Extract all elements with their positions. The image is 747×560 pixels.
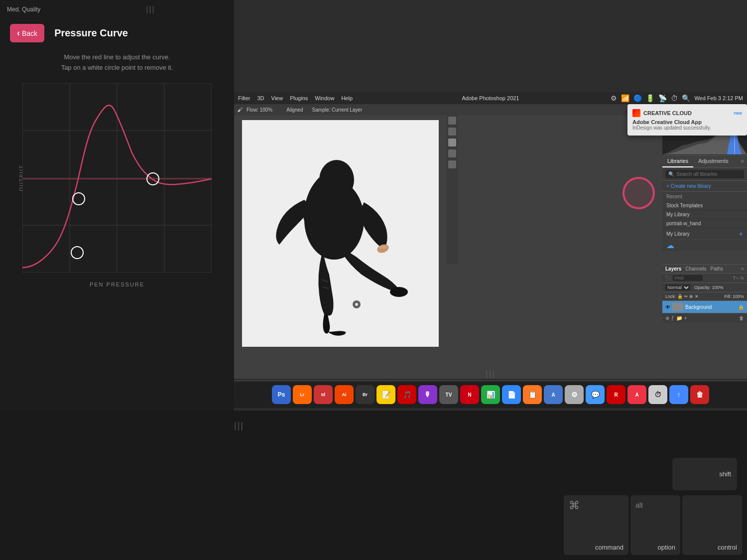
instructions: Move the red line to adjust the curve. T… [0, 47, 234, 78]
quality-label: Med. Quality [7, 6, 40, 13]
ps-canvas[interactable] [234, 115, 447, 352]
menu-window[interactable]: Window [315, 95, 334, 101]
layer-thumbnail [672, 303, 683, 311]
modifier-keys: shift ⌘ command alt option control [564, 495, 742, 555]
menu-view[interactable]: View [271, 95, 283, 101]
dock-messenger[interactable]: 💬 [586, 385, 605, 404]
toolbar-brush-icon: 🖌 [237, 107, 243, 113]
layers-filter-icon: ⬛ [665, 276, 671, 280]
dock-news[interactable]: N [460, 385, 479, 404]
drag-handle-top: ||| [146, 5, 155, 14]
dock-migrate[interactable]: ↑ [669, 385, 688, 404]
dock-notes[interactable]: 📝 [376, 385, 395, 404]
layer-visibility-icon[interactable]: 👁 [665, 304, 670, 310]
add-adjustment-icon[interactable]: ⊕ [665, 315, 669, 321]
tool-2[interactable] [448, 128, 456, 136]
dock-id[interactable]: Id [314, 385, 333, 404]
tab-libraries[interactable]: Libraries [662, 155, 693, 167]
tool-1[interactable] [448, 117, 456, 125]
new-group-icon[interactable]: 📁 [676, 315, 682, 321]
page-title: Pressure Curve [54, 27, 128, 39]
library-item-2[interactable]: portrait-w_hand [662, 219, 747, 228]
dock-keynote[interactable]: 📋 [523, 385, 542, 404]
menubar-icons: ⚙ 📶 🔵 🔋 📡 ⏱ 🔍 Wed Feb 3 2:12 PM [611, 94, 743, 102]
ps-tools-strip [447, 115, 458, 264]
dock-tv[interactable]: TV [439, 385, 458, 404]
svg-point-16 [319, 160, 354, 200]
menu-help[interactable]: Help [341, 95, 353, 101]
cc-notification[interactable]: CREATIVE CLOUD new Adobe Creative Cloud … [627, 104, 747, 136]
key-shift-label: shift [719, 470, 731, 478]
library-item-1[interactable]: My Library [662, 210, 747, 219]
dock-appstore[interactable]: A [544, 385, 563, 404]
dock-drag-handle: ||| [486, 369, 496, 379]
dock-ai[interactable]: Ai [335, 385, 354, 404]
menubar-left: Filter 3D View Plugins Window Help [238, 95, 353, 101]
dock-system[interactable]: ⚙ [565, 385, 584, 404]
svg-rect-18 [379, 246, 387, 249]
cloud-icon[interactable]: ☁ [666, 241, 674, 250]
dock-music[interactable]: 🎵 [397, 385, 416, 404]
cc-new-badge: new [734, 111, 742, 116]
tool-5[interactable] [448, 160, 456, 168]
toolbar-aligned: Aligned [286, 107, 303, 113]
alt-symbol: alt [630, 495, 680, 509]
menu-filter[interactable]: Filter [238, 95, 250, 101]
back-button[interactable]: Back [10, 24, 44, 42]
dock-numbers[interactable]: 📊 [481, 385, 500, 404]
menu-3d[interactable]: 3D [257, 95, 264, 101]
key-command[interactable]: ⌘ command [564, 495, 628, 555]
layer-style-icon[interactable]: ƒ [671, 315, 674, 321]
layers-find-input[interactable] [673, 275, 703, 281]
dock-timemachine[interactable]: ⏱ [648, 385, 667, 404]
library-search-row: 🔍 [662, 168, 747, 181]
layers-bottom-bar: ⊕ ƒ 📁 + 🗑 [662, 313, 747, 323]
dock-trash[interactable]: 🗑 [690, 385, 709, 404]
key-option[interactable]: alt option [630, 495, 680, 555]
opacity-label: Opacity: 100% [694, 285, 724, 290]
tab-paths[interactable]: Paths [711, 266, 724, 272]
bottom-drag-handle: ||| [234, 420, 244, 431]
keyboard-area: ||| shift ⌘ command alt option control [0, 411, 747, 560]
key-shift[interactable]: shift [672, 458, 737, 490]
library-item-3[interactable]: My Library + [662, 228, 747, 239]
dock-reeder[interactable]: R [607, 385, 625, 404]
cc-app-name: Adobe Creative Cloud App [632, 119, 742, 125]
layer-lock-icon: 🔒 [738, 304, 744, 310]
layers-icons: T ⟈ fx [733, 276, 744, 280]
tab-channels[interactable]: Channels [685, 266, 706, 272]
curve-graph[interactable]: OUTPUT [22, 83, 212, 273]
macos-menubar: Filter 3D View Plugins Window Help Adobe… [234, 92, 747, 104]
layers-menu[interactable]: ≡ [741, 266, 744, 272]
dock-pages[interactable]: 📄 [502, 385, 521, 404]
delete-layer-icon[interactable]: 🗑 [739, 315, 744, 321]
dock-bridge[interactable]: Br [356, 385, 374, 404]
blend-mode-select[interactable]: Normal [665, 284, 690, 290]
dock-podcasts[interactable]: 🎙 [418, 385, 437, 404]
tab-layers[interactable]: Layers [665, 266, 681, 272]
create-library-btn[interactable]: + Create new library [662, 181, 747, 192]
dock-adobe2[interactable]: A [627, 385, 646, 404]
dock-ps[interactable]: Ps [272, 385, 291, 404]
tab-adjustments[interactable]: Adjustments [693, 155, 734, 167]
panel-tabs: Libraries Adjustments ≡ [662, 155, 747, 168]
tool-4[interactable] [448, 149, 456, 157]
dock-lr[interactable]: Lr [293, 385, 312, 404]
lock-label: Lock: 🔒 ✏ ⊕ ✕ [665, 294, 699, 299]
background-layer[interactable]: 👁 Background 🔒 [662, 301, 747, 313]
tool-3-active[interactable] [448, 139, 456, 146]
new-layer-icon[interactable]: + [684, 315, 687, 321]
library-search-input[interactable] [676, 171, 741, 177]
menubar-datetime: Wed Feb 3 2:12 PM [694, 95, 743, 101]
library-item-0[interactable]: Stock Templates [662, 201, 747, 210]
option-label: option [630, 542, 680, 555]
instruction-line1: Move the red line to adjust the curve. [10, 52, 224, 63]
control-symbol [682, 495, 742, 501]
add-library-icon[interactable]: + [739, 230, 743, 238]
fill-label: Fill: 100% [724, 294, 744, 299]
panel-menu[interactable]: ≡ [738, 155, 747, 167]
libraries-panel: Libraries Adjustments ≡ 🔍 + Create new l… [662, 155, 747, 251]
key-control[interactable]: control [682, 495, 742, 555]
menu-plugins[interactable]: Plugins [290, 95, 308, 101]
layer-name: Background [685, 304, 712, 310]
